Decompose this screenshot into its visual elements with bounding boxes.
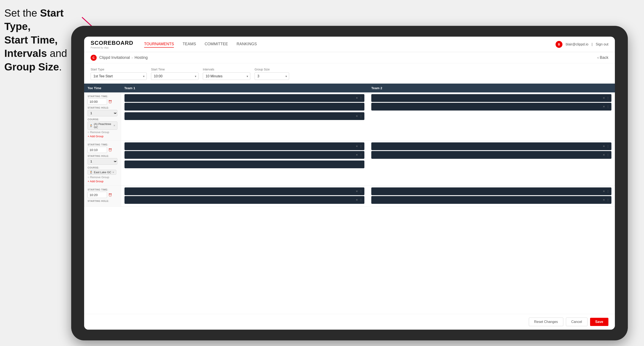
group-2-time-input[interactable] — [88, 147, 107, 153]
group-size-select[interactable]: 2 3 4 — [254, 72, 289, 80]
group-3-starting-time-label: STARTING TIME: — [88, 188, 117, 191]
logo-area: SCOREBOARD Powered by clipp — [90, 40, 133, 49]
player-remove-icon[interactable]: ✕ — [603, 105, 605, 108]
group-2-starting-time-label: STARTING TIME: — [88, 143, 117, 146]
tee-table: Tee Time Team 1 Team 2 STARTING TIME: — [84, 84, 615, 207]
logo-sub: Powered by clipp — [90, 46, 133, 49]
annotation-period: . — [59, 61, 62, 73]
group-2-course-tag: 🏌 East Lake GC ✕ — [88, 170, 116, 175]
start-type-select-wrapper: 1st Tee Start Shotgun Start 10th Tee Sta… — [90, 72, 147, 80]
start-time-select[interactable]: 10:00 — [151, 72, 198, 80]
annotation-intro: Set the — [4, 7, 40, 19]
group-size-group: Group Size 2 3 4 — [254, 68, 289, 80]
navbar: SCOREBOARD Powered by clipp TOURNAMENTS … — [84, 37, 615, 52]
intervals-select[interactable]: 5 Minutes 10 Minutes 15 Minutes — [203, 72, 250, 80]
group-1-hole-select-wrapper: 1 — [88, 110, 117, 116]
group-3-team2-player-1: ✕ ⋮ — [371, 187, 612, 195]
group-2-hole-select-wrapper: 1 — [88, 158, 117, 165]
sign-out-link[interactable]: Sign out — [596, 42, 608, 46]
logo-text: SCOREBOARD — [90, 40, 133, 46]
player-dots-icon[interactable]: ⋮ — [360, 97, 362, 100]
user-email: blair@clippd.io — [566, 42, 588, 46]
player-dots-icon[interactable]: ⋮ — [607, 97, 609, 100]
group-2-course-remove[interactable]: ✕ — [112, 171, 114, 174]
start-type-label: Start Type — [90, 68, 147, 71]
table-header: Tee Time Team 1 Team 2 — [84, 84, 615, 92]
back-arrow: ‹ — [598, 55, 600, 60]
table-container: Tee Time Team 1 Team 2 STARTING TIME: — [84, 84, 615, 314]
player-dots-icon[interactable]: ⋮ — [360, 190, 362, 193]
group-2-starting-time-value: ⏰ — [88, 147, 117, 153]
player-remove-icon[interactable]: ✕ — [356, 115, 358, 118]
breadcrumb-tournament[interactable]: Clippd Invitational — [99, 55, 130, 60]
player-dots-icon[interactable]: ⋮ — [360, 145, 362, 148]
player-dots-icon[interactable]: ⋮ — [360, 198, 362, 201]
player-dots-icon[interactable]: ⋮ — [607, 105, 609, 108]
group-3-left-panel: STARTING TIME: ⏰ STARTING HOLE: — [84, 186, 121, 207]
group-1-time-input[interactable] — [88, 98, 107, 105]
nav-tournaments[interactable]: TOURNAMENTS — [144, 41, 174, 48]
group-2-remove-group[interactable]: ○ Remove Group — [88, 175, 117, 179]
nav-teams[interactable]: TEAMS — [182, 41, 196, 48]
annotation-text: Set the Start Type, Start Time, Interval… — [4, 6, 71, 74]
group-1-remove-group[interactable]: ○ Remove Group — [88, 131, 117, 134]
player-remove-icon[interactable]: ✕ — [356, 145, 358, 148]
player-remove-icon[interactable]: ✕ — [603, 198, 605, 201]
group-3-team1-cell: ✕ ⋮ ✕ ⋮ — [121, 186, 368, 207]
group-2-left-panel: STARTING TIME: ⏰ STARTING HOLE: 1 — [84, 141, 121, 186]
intervals-group: Intervals 5 Minutes 10 Minutes 15 Minute… — [203, 68, 250, 80]
reset-changes-button[interactable]: Reset Changes — [529, 318, 563, 326]
group-2-hole-label: STARTING HOLE: — [88, 155, 117, 157]
intervals-select-wrapper: 5 Minutes 10 Minutes 15 Minutes — [203, 72, 250, 80]
player-remove-icon[interactable]: ✕ — [356, 153, 358, 157]
start-type-select[interactable]: 1st Tee Start Shotgun Start 10th Tee Sta… — [90, 72, 147, 80]
player-remove-icon[interactable]: ✕ — [356, 97, 358, 100]
player-remove-icon[interactable]: ✕ — [356, 190, 358, 193]
group-size-label: Group Size — [254, 68, 289, 71]
settings-row: Start Type 1st Tee Start Shotgun Start 1… — [84, 63, 615, 84]
group-1-hole-select[interactable]: 1 — [88, 110, 117, 116]
group-3-team2-player-2: ✕ ⋮ — [371, 196, 612, 204]
cancel-button[interactable]: Cancel — [566, 318, 588, 326]
nav-right: B blair@clippd.io | Sign out — [556, 41, 608, 48]
save-button[interactable]: Save — [590, 318, 608, 326]
group-2-add-group[interactable]: + Add Group — [88, 180, 117, 183]
group-1-starting-time-label: STARTING TIME: — [88, 95, 117, 98]
player-remove-icon[interactable]: ✕ — [603, 97, 605, 100]
group-1-team2-cell: ✕ ⋮ ✕ ⋮ — [368, 92, 615, 141]
player-dots-icon[interactable]: ⋮ — [360, 153, 362, 157]
group-1-add-group[interactable]: + Add Group — [88, 135, 117, 138]
back-link[interactable]: ‹ Back — [598, 55, 608, 60]
remove-icon: ○ — [88, 175, 89, 179]
player-remove-icon[interactable]: ✕ — [603, 153, 605, 157]
player-remove-icon[interactable]: ✕ — [356, 198, 358, 201]
player-dots-icon[interactable]: ⋮ — [607, 153, 609, 157]
group-2-team1-cell: ✕ ⋮ ✕ ⋮ — [121, 141, 368, 186]
group-1-course-remove[interactable]: ✕ — [113, 124, 116, 127]
col-tee-time: Tee Time — [84, 84, 121, 92]
user-avatar: B — [556, 41, 562, 48]
player-dots-icon[interactable]: ⋮ — [607, 145, 609, 148]
group-2-hole-select[interactable]: 1 — [88, 158, 117, 165]
annotation-line2: Start Time, — [4, 34, 58, 46]
course-icon: 🏌 — [90, 171, 93, 174]
table-header-row: Tee Time Team 1 Team 2 — [84, 84, 615, 92]
nav-rankings[interactable]: RANKINGS — [237, 41, 257, 48]
group-3-starting-time-value: ⏰ — [88, 192, 117, 198]
player-remove-icon[interactable]: ✕ — [603, 190, 605, 193]
player-dots-icon[interactable]: ⋮ — [360, 115, 362, 118]
group-3-time-input[interactable] — [88, 192, 107, 198]
back-label: Back — [600, 55, 608, 60]
player-dots-icon[interactable]: ⋮ — [607, 198, 609, 201]
player-remove-icon[interactable]: ✕ — [603, 145, 605, 148]
col-team2: Team 2 — [368, 84, 615, 92]
remove-icon: ○ — [88, 131, 89, 134]
remove-group-label: Remove Group — [90, 131, 109, 134]
nav-committee[interactable]: COMMITTEE — [205, 41, 228, 48]
group-1-team2-player-1: ✕ ⋮ — [371, 94, 612, 102]
player-dots-icon[interactable]: ⋮ — [607, 190, 609, 193]
group-1-team1-cell: ✕ ⋮ ✕ ⋮ — [121, 92, 368, 141]
tablet-frame: SCOREBOARD Powered by clipp TOURNAMENTS … — [71, 26, 628, 341]
group-1-team1-player-2 — [124, 103, 364, 111]
breadcrumb-logo: C — [90, 55, 97, 61]
